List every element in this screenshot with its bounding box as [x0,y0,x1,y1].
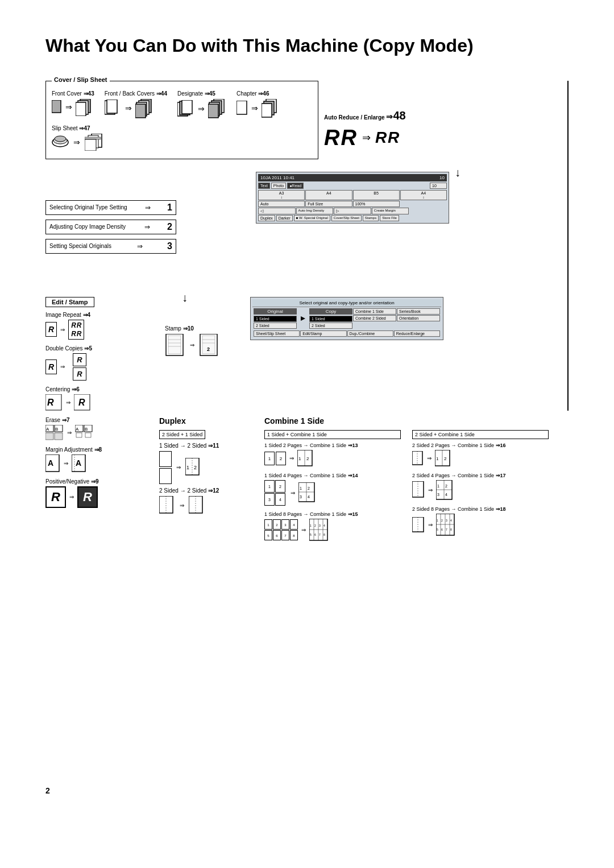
orientation-btn[interactable]: Orientation [397,315,440,321]
combine15-after: 12 34 56 78 [309,519,329,542]
paper-a4r[interactable]: A4↕ [400,190,447,200]
1-sided-original[interactable]: 1 Sided [254,316,297,322]
edit-stamp-section: Edit / Stamp Image Repeat ⇒4 R ⇒ RR RR D… [45,297,159,514]
darker-btn[interactable]: ▷ [334,208,371,214]
dup-combine-tab[interactable]: Dup./Combine [347,330,393,337]
svg-text:8: 8 [450,528,452,531]
one-two-sided-label: 1 Sided → 2 Sided ⇒11 [159,443,250,449]
front-back-covers-label: Front / Back Covers ⇒44 [105,90,167,97]
original-header: Original [254,308,297,315]
paper-a4[interactable]: A4 [305,190,352,200]
positive-r-icon: R [45,486,66,508]
positive-negative-label: Positive/Negative ⇒9 [45,478,159,485]
svg-text:2: 2 [306,456,309,461]
c14-arrow: ⇒ [291,490,295,496]
darker2-btn[interactable]: Darker [276,215,293,221]
combine13-item: 1 Sided 2 Pages → Combine 1 Side ⇒13 1 2… [264,443,401,467]
store-file[interactable]: Store File [380,215,399,221]
combine13-before: 1 2 [264,452,286,465]
svg-rect-3 [76,102,86,116]
negative-r-icon: R [77,486,98,508]
special-orig[interactable]: ■ W. Special Original [294,215,330,221]
one-sided-combine-col: 1 Sided + Combine 1 Side 1 Sided 2 Pages… [264,430,401,547]
combine-2-sided-btn[interactable]: Combine 2 Sided [353,315,396,321]
paper-b5[interactable]: B5 [353,190,400,200]
margin-adjustment-item: Margin Adjustment ⇒8 A ⇒ A [45,447,159,473]
combine13-label: 1 Sided 2 Pages → Combine 1 Side ⇒13 [264,443,401,448]
read-tab[interactable]: ●Read [287,183,304,189]
front-back-covers-item: Front / Back Covers ⇒44 ⇒ [105,90,167,117]
machine-ui-screen: 10JA 2011 10:41 10 Text Photo ●Read 10 A… [256,172,449,224]
combine18-item: 2 Sided 8 Pages → Combine 1 Side ⇒18 ⇒ [412,506,549,536]
combine13-after: 1 2 [297,450,313,467]
svg-text:1: 1 [436,456,439,461]
reduce-num[interactable]: 100% [353,201,400,207]
svg-text:1: 1 [310,524,312,527]
double-result-icon: R R [68,353,86,381]
stamps-btn[interactable]: Stamps [363,215,379,221]
slip-arrow-icon: ⇒ [73,138,80,147]
reduce-enlarge-tab[interactable]: Reduce/Enlarge [394,330,440,337]
edit-stamp-tab[interactable]: Edit/Stamp [300,330,346,337]
combine15-item: 1 Sided 8 Pages → Combine 1 Side ⇒15 1 2… [264,511,401,542]
stamp-label: Stamp ⇒10 [165,325,244,332]
margin-after-icon: A [72,454,86,473]
combine17-before [412,481,425,499]
svg-text:8: 8 [323,533,325,536]
copies-input[interactable]: 10 [430,183,447,189]
cover-slip-sheet-section: Cover / Slip Sheet Front Cover ⇒43 ⇒ [45,81,318,159]
combine-screen-title: Select original and copy-type and/or ori… [252,299,441,307]
2-sided-original[interactable]: 2 Sided [254,323,297,329]
chapter-result-icon [262,99,281,118]
two-sided-combine-header: 2 Sided + Combine 1 Side [412,430,549,439]
duplex12-after-icon [189,496,205,515]
auto-btn[interactable]: Auto [258,201,305,207]
double-copies-item: Double Copies ⇒5 R ⇒ R R [45,345,159,381]
combine-1-side-btn[interactable]: Combine 1 Side [353,308,396,315]
two-two-sided-label: 2 Sided → 2 Sided ⇒12 [159,487,250,494]
svg-text:R: R [78,398,85,407]
auto-reduce-section: Auto Reduce / Enlarge ⇒48 RR ⇒ RR [324,109,406,150]
svg-text:3: 3 [300,495,302,499]
image-repeat-item: Image Repeat ⇒4 R ⇒ RR RR [45,312,159,340]
paper-a3[interactable]: A3↕ [258,190,305,200]
auto-density[interactable]: Auto Img Density [296,208,334,214]
combine18-after: 12 34 56 78 [436,514,455,536]
svg-text:A: A [48,458,53,468]
duplex12-arrow: ⇒ [180,502,184,509]
centering-label: Centering ⇒6 [45,386,159,392]
front-cover-label: Front Cover ⇒43 [52,90,94,97]
duplex12-before-icon [159,496,175,515]
create-margin[interactable]: Create Margin [372,208,409,214]
series-book-btn[interactable]: Series/Book [397,308,440,315]
photo-tab[interactable]: Photo [271,183,286,189]
adjusting-arrow: ⇒ [144,223,150,231]
copy-header: Copy [309,308,352,315]
slip-sheet-item: Slip Sheet ⇒47 ⇒ [52,125,105,151]
cover-slip-btn[interactable]: Cover/Slip Sheet [331,215,362,221]
special-number: 3 [167,241,172,251]
svg-rect-5 [107,100,117,113]
duplex-header: 2 Sided + 1 Sided [159,430,205,439]
svg-rect-20 [262,104,272,117]
svg-rect-43 [85,433,91,437]
svg-text:2: 2 [441,519,443,522]
special-originals-item: Setting Special Originals ⇒ 3 [45,239,176,254]
2-sided-copy[interactable]: 2 Sided [309,323,352,329]
sheet-slip-tab[interactable]: Sheet/Slip Sheet [254,330,300,337]
erase-arrow: ⇒ [67,429,72,436]
one-to-two-sided-item: 1 Sided → 2 Sided ⇒11 ⇒ 1 2 [159,443,250,484]
combine14-after: 12 34 [298,482,316,503]
svg-text:6: 6 [314,533,316,536]
svg-rect-26 [85,137,101,139]
fullsize-btn[interactable]: Full Size [305,201,352,207]
svg-text:A: A [46,427,49,432]
1-sided-copy[interactable]: 1 Sided [309,316,352,322]
svg-rect-12 [182,100,192,114]
svg-text:2: 2 [445,484,447,488]
duplex-btn[interactable]: Duplex [258,215,275,221]
text-tab[interactable]: Text [258,183,270,189]
special-arrow: ⇒ [137,242,143,250]
c16-arrow: ⇒ [427,455,432,461]
lighter-btn[interactable]: ◁ [258,208,296,214]
